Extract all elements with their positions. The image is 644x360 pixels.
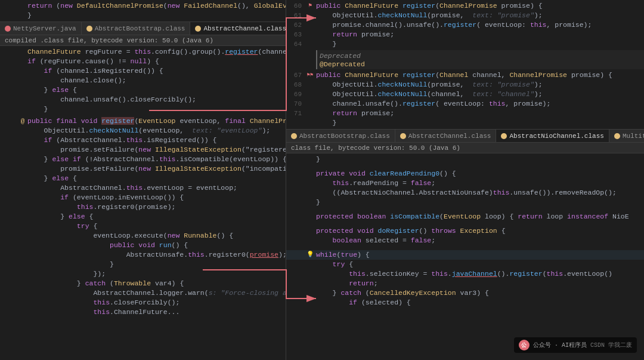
code-line: } else { — [0, 85, 286, 95]
code-line: this.register0(promise); — [0, 202, 286, 212]
code-line: 70 channel.unsafe().register( eventLoop:… — [286, 99, 644, 109]
code-line: } — [0, 104, 286, 114]
code-line: } — [286, 118, 644, 128]
code-line: channel.unsafe().closeForcibly(); — [0, 95, 286, 104]
code-line: } else if (!AbstractChannel.this.isCompa… — [0, 155, 286, 164]
tab-abstract-channel-left[interactable]: AbstractChannel.class — [190, 22, 286, 35]
watermark-text: 公众号 · AI程序员 — [533, 341, 587, 349]
code-line: channel.close(); — [0, 76, 286, 85]
tab-icon-red — [5, 26, 11, 32]
code-line: this.selectionKey = this.javaChannel().r… — [286, 269, 644, 279]
code-line: } — [286, 198, 644, 207]
tab-icon-orange — [86, 26, 92, 32]
code-line: AbstractChannel.this.eventLoop = eventLo… — [0, 183, 286, 193]
left-pane: return (new DefaultChannelPromise(new Fa… — [0, 0, 286, 360]
watermark-logo: 公 — [519, 340, 530, 350]
watermark-subtext: CSDN 学我二废 — [590, 341, 632, 349]
code-line-protected: boolean selected = false; — [286, 236, 644, 245]
code-line: protected boolean isCompatible(EventLoop… — [286, 212, 644, 221]
tab-abstract-nio-right[interactable]: AbstractNioChannel.class — [496, 130, 609, 142]
code-line: eventLoop.execute(new Runnable() { — [0, 231, 286, 241]
code-line: if (regFuture.cause() != null) { — [0, 57, 286, 66]
code-line: 60 ⚑ public ChannelFuture register(Chann… — [286, 1, 644, 11]
right-code-area: } private void clearReadPending0() { thi… — [286, 153, 644, 360]
code-line: } else { — [0, 174, 286, 183]
code-line: } — [0, 11, 286, 20]
deprecated-label: Deprecated — [320, 51, 642, 60]
right-pane: 60 ⚑ public ChannelFuture register(Chann… — [286, 0, 644, 360]
code-line: 62 promise.channel().unsafe().register( … — [286, 20, 644, 30]
code-line: 68 ObjectUtil.checkNotNull(promise, text… — [286, 80, 644, 90]
code-line: if (AbstractChannel.this.isRegistered())… — [0, 136, 286, 145]
code-line: } catch (Throwable var4) { — [0, 279, 286, 288]
tab-abstract-bootstrap-left[interactable]: AbstractBootstrap.class — [82, 22, 191, 35]
tab-icon-orange-2 — [195, 26, 201, 32]
code-line: private void clearReadPending0() { — [286, 169, 644, 179]
code-line-while: 💡 while(true) { — [286, 250, 644, 260]
code-line: promise.setFailure(new IllegalStateExcep… — [0, 145, 286, 155]
code-line: 67 ⚑⚑ public ChannelFuture register(Chan… — [286, 70, 644, 80]
tab-abstract-channel-right[interactable]: AbstractChannel.class — [395, 130, 497, 142]
code-line: try { — [0, 221, 286, 231]
left-tab-bar: NettyServer.java AbstractBootstrap.class… — [0, 22, 286, 35]
code-line: ((AbstractNioChannel.AbstractNioUnsafe)t… — [286, 188, 644, 198]
code-line: ObjectUtil.checkNotNull(eventLoop, text:… — [0, 126, 286, 136]
code-line: try { — [286, 260, 644, 269]
code-line: if (selected) { — [286, 298, 644, 307]
code-line: } — [0, 260, 286, 269]
code-line: if (eventLoop.inEventLoop()) { — [0, 193, 286, 202]
right-breadcrumb: class file, bytecode version: 50.0 (Java… — [286, 143, 644, 153]
code-line: protected void doRegister() throws Excep… — [286, 226, 644, 236]
editor-container: return (new DefaultChannelPromise(new Fa… — [0, 0, 644, 360]
code-line: if (channel.isRegistered()) { — [0, 66, 286, 76]
code-line: 61 ObjectUtil.checkNotNull(promise, text… — [286, 11, 644, 20]
code-line: this.closeForcibly(); — [0, 298, 286, 307]
code-line: AbstractUnsafe.this.register0(promise); — [0, 250, 286, 260]
tab-netty-server[interactable]: NettyServer.java — [0, 22, 82, 35]
code-line — [286, 245, 644, 250]
code-line: ChannelFuture regFuture = this.config().… — [0, 47, 286, 57]
code-line: return (new DefaultChannelPromise(new Fa… — [0, 1, 286, 11]
left-code-area: ChannelFuture regFuture = this.config().… — [0, 46, 286, 360]
code-line: this.ChannelFuture... — [0, 307, 286, 317]
code-line: public void run() { — [0, 241, 286, 250]
code-line: } — [286, 155, 644, 164]
tab-icon-r2 — [400, 133, 406, 139]
code-line: 69 ObjectUtil.checkNotNull(channel, text… — [286, 90, 644, 99]
code-line: } else { — [0, 212, 286, 221]
code-line — [286, 207, 644, 212]
tab-icon-r3 — [501, 133, 507, 139]
tab-multithread-right[interactable]: MultithreadEventLoo... — [609, 130, 644, 142]
watermark: 公 公众号 · AI程序员 CSDN 学我二废 — [514, 337, 637, 353]
right-tab-bar: AbstractBootstrap.class AbstractChannel.… — [286, 130, 644, 143]
code-line — [286, 221, 644, 226]
code-line: promise.setFailure(new IllegalStateExcep… — [0, 164, 286, 174]
code-line: 71 return promise; — [286, 109, 644, 118]
code-line: 63 return promise; — [286, 30, 644, 39]
tab-icon-r4 — [614, 133, 620, 139]
code-line-catch: } catch (CancelledKeyException var3) { — [286, 288, 644, 298]
tab-icon-r1 — [291, 133, 297, 139]
deprecated-anno: @Deprecated — [320, 60, 642, 68]
code-line: AbstractChannel.logger.warn(s: "Force-cl… — [0, 288, 286, 298]
code-line: }); — [0, 269, 286, 279]
tab-abstract-bootstrap-right[interactable]: AbstractBootstrap.class — [286, 130, 395, 142]
left-breadcrumb: compiled .class file, bytecode version: … — [0, 35, 286, 46]
code-line: this.readPending = false; — [286, 179, 644, 188]
code-line: 64 } — [286, 39, 644, 49]
code-line — [286, 164, 644, 169]
code-line: @ public final void register(EventLoop e… — [0, 116, 286, 126]
code-line: return; — [286, 279, 644, 288]
